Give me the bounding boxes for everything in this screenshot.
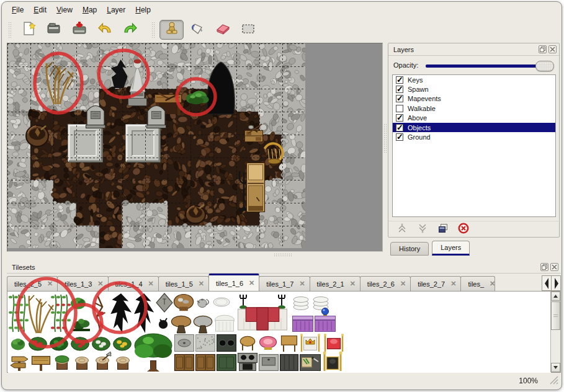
tileset-tab-label: tiles_1_5 xyxy=(166,280,193,288)
layer-buttons xyxy=(388,221,560,238)
opacity-slider[interactable] xyxy=(426,65,554,68)
dock-tab-layers[interactable]: Layers xyxy=(432,241,470,256)
layer-row-spawn[interactable]: Spawn xyxy=(393,84,555,94)
tab-scroll-left-icon[interactable] xyxy=(542,275,552,291)
tileset-content xyxy=(7,291,561,373)
move-down-layer-button[interactable] xyxy=(416,223,429,236)
toolbar-drag-handle[interactable] xyxy=(8,22,12,38)
new-file-button[interactable] xyxy=(16,20,40,40)
tileset-tab-tiles_2_6[interactable]: tiles_2_6✕ xyxy=(360,276,411,291)
layers-panel-header: Layers xyxy=(388,43,559,56)
tileset-canvas[interactable] xyxy=(8,292,551,373)
dock-tabs: HistoryLayers xyxy=(390,241,470,256)
stamp-tool-button[interactable] xyxy=(159,20,184,40)
close-tab-icon[interactable]: ✕ xyxy=(97,280,103,288)
save-icon xyxy=(71,20,87,39)
layer-row-walkable[interactable]: Walkable xyxy=(393,104,555,113)
layer-visibility-checkbox[interactable] xyxy=(396,114,403,122)
close-tab-icon[interactable]: ✕ xyxy=(490,280,495,288)
menu-edit[interactable]: Edit xyxy=(29,4,51,16)
layer-name: Walkable xyxy=(408,105,436,112)
scrollbar-thumb[interactable] xyxy=(551,301,560,330)
layer-visibility-checkbox[interactable] xyxy=(396,133,403,141)
close-tab-icon[interactable]: ✕ xyxy=(450,280,456,288)
close-tab-icon[interactable]: ✕ xyxy=(400,280,406,288)
layer-list: KeysSpawnMapeventsWalkableAboveObjectsGr… xyxy=(392,74,556,217)
new-file-icon xyxy=(20,20,37,39)
tileset-tab-tiles_1_7[interactable]: tiles_1_7✕ xyxy=(259,276,310,291)
toolbar xyxy=(2,18,562,42)
tileset-tab-tiles_1_3[interactable]: tiles_1_3✕ xyxy=(57,276,108,291)
eraser-tool-button[interactable] xyxy=(210,20,235,40)
layer-name: Ground xyxy=(408,133,431,141)
open-folder-button[interactable] xyxy=(42,20,66,40)
map-panel xyxy=(7,43,383,252)
close-tab-icon[interactable]: ✕ xyxy=(299,280,305,288)
horizontal-splitter-handle[interactable] xyxy=(274,253,292,257)
stamp-tool-icon xyxy=(164,20,180,39)
close-tab-icon[interactable]: ✕ xyxy=(249,279,254,287)
move-up-layer-button[interactable] xyxy=(396,223,408,236)
menu-help[interactable]: Help xyxy=(130,4,156,16)
close-panel-icon[interactable] xyxy=(548,45,557,53)
tileset-tabs: tiles_2_5✕tiles_1_3✕tiles_1_4✕tiles_1_5✕… xyxy=(7,274,561,291)
tileset-tab-tiles_2_1[interactable]: tiles_2_1✕ xyxy=(310,276,360,291)
close-tab-icon[interactable]: ✕ xyxy=(350,280,356,288)
delete-layer-button[interactable] xyxy=(457,223,470,236)
layer-visibility-checkbox[interactable] xyxy=(396,86,403,93)
tileset-tab-tiles_1_6[interactable]: tiles_1_6✕ xyxy=(208,274,259,291)
map-canvas[interactable] xyxy=(7,43,305,248)
right-dock: Layers Opacity: KeysSpawnMapeventsWalkab… xyxy=(388,43,561,257)
delete-icon xyxy=(458,223,469,236)
tileset-tab-label: tiles_2_7 xyxy=(418,280,445,288)
toolbar-drag-handle[interactable] xyxy=(151,22,156,38)
tileset-tab-tiles[interactable]: tiles_✕ xyxy=(460,276,495,291)
redo-button[interactable] xyxy=(118,20,142,40)
menu-map[interactable]: Map xyxy=(78,4,102,16)
opacity-slider-handle[interactable] xyxy=(535,61,554,71)
scroll-up-icon[interactable] xyxy=(551,292,560,301)
layers-panel-title: Layers xyxy=(393,46,414,53)
layer-visibility-checkbox[interactable] xyxy=(396,95,403,102)
layer-visibility-checkbox[interactable] xyxy=(396,76,403,84)
close-panel-icon[interactable] xyxy=(550,263,558,271)
menu-view[interactable]: View xyxy=(51,4,78,16)
layer-row-keys[interactable]: Keys xyxy=(393,75,555,84)
tileset-tab-tiles_1_4[interactable]: tiles_1_4✕ xyxy=(108,276,159,291)
select-rect-tool-button[interactable] xyxy=(236,20,260,40)
layer-visibility-checkbox[interactable] xyxy=(396,105,403,112)
layer-row-above[interactable]: Above xyxy=(393,114,555,123)
vertical-splitter-handle[interactable] xyxy=(383,123,387,153)
opacity-row: Opacity: xyxy=(393,60,555,72)
dock-tab-history[interactable]: History xyxy=(390,242,429,256)
layer-row-mapevents[interactable]: Mapevents xyxy=(393,94,555,104)
scroll-down-icon[interactable] xyxy=(551,363,560,372)
float-panel-icon[interactable] xyxy=(540,263,548,271)
undo-button[interactable] xyxy=(92,20,117,40)
close-tab-icon[interactable]: ✕ xyxy=(47,280,53,288)
tileset-tab-label: tiles_1_6 xyxy=(216,280,243,287)
tileset-tab-tiles_1_5[interactable]: tiles_1_5✕ xyxy=(158,276,209,291)
resize-grip[interactable] xyxy=(550,376,558,386)
tileset-tab-tiles_2_7[interactable]: tiles_2_7✕ xyxy=(410,276,461,291)
tileset-scrollbar[interactable] xyxy=(550,292,560,372)
fill-bucket-tool-icon xyxy=(189,20,205,39)
duplicate-icon xyxy=(437,223,449,236)
statusbar: 100% xyxy=(2,372,562,390)
menu-file[interactable]: File xyxy=(7,4,29,16)
tileset-tab-tiles_2_5[interactable]: tiles_2_5✕ xyxy=(7,276,58,291)
tab-scroll-right-icon[interactable] xyxy=(551,275,561,291)
menubar: FileEditViewMapLayerHelp xyxy=(2,2,562,18)
tilesets-panel-header: Tilesets xyxy=(7,261,561,274)
layer-row-objects[interactable]: Objects xyxy=(393,123,555,132)
close-tab-icon[interactable]: ✕ xyxy=(148,280,154,288)
layer-row-ground[interactable]: Ground xyxy=(393,132,555,141)
fill-bucket-tool-button[interactable] xyxy=(185,20,209,40)
save-button[interactable] xyxy=(67,20,91,40)
menu-layer[interactable]: Layer xyxy=(102,4,130,16)
close-tab-icon[interactable]: ✕ xyxy=(199,280,204,288)
duplicate-layer-button[interactable] xyxy=(437,223,449,236)
layer-name: Objects xyxy=(408,124,431,131)
layer-visibility-checkbox[interactable] xyxy=(396,124,403,131)
float-panel-icon[interactable] xyxy=(539,45,547,53)
